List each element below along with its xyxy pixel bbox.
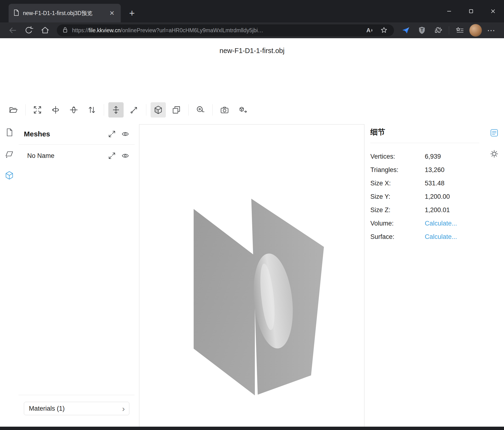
- close-window-button[interactable]: [482, 0, 504, 22]
- meshes-footer: Materials (1) ›: [19, 395, 135, 419]
- minimize-button[interactable]: [438, 0, 460, 22]
- url-text[interactable]: https://file.kkview.cn/onlinePreview?url…: [72, 27, 361, 34]
- detail-row-triangles: Triangles: 13,260: [370, 163, 479, 177]
- detail-label: Surface:: [370, 233, 425, 241]
- toolbar-separator: [25, 104, 26, 116]
- detail-label: Volume:: [370, 220, 425, 227]
- detail-label: Triangles:: [370, 166, 425, 174]
- screenshot-camera-button[interactable]: [217, 102, 232, 118]
- measure-line-button[interactable]: [126, 102, 142, 118]
- read-aloud-button[interactable]: A: [365, 26, 375, 35]
- details-header: 细节: [370, 127, 479, 143]
- detail-row-size-y: Size Y: 1,200.00: [370, 190, 479, 203]
- fit-all-meshes-button[interactable]: [107, 130, 117, 139]
- model-viewport[interactable]: [139, 124, 364, 430]
- detail-value: 531.48: [425, 180, 479, 187]
- fit-mesh-button[interactable]: [107, 151, 117, 160]
- home-button[interactable]: [38, 24, 52, 37]
- shaded-view-button[interactable]: [151, 102, 166, 118]
- favorite-star-button[interactable]: [379, 26, 389, 35]
- right-icon-rail: [486, 127, 502, 159]
- rotate-y-button[interactable]: [48, 102, 63, 118]
- meshes-panel: Meshes No Name: [19, 125, 135, 419]
- rotate-x-button[interactable]: [66, 102, 81, 118]
- meshes-title: Meshes: [24, 130, 103, 138]
- lock-icon: [62, 26, 69, 34]
- navigation-bar: https://file.kkview.cn/onlinePreview?url…: [0, 22, 504, 38]
- model-render: [139, 124, 364, 430]
- window-controls: [438, 0, 504, 22]
- url-domain: file.kkview.cn: [89, 27, 120, 33]
- export-model-button[interactable]: [235, 102, 250, 118]
- favorites-bar-button[interactable]: [453, 24, 467, 37]
- browser-menu-button[interactable]: ⋯: [485, 24, 498, 37]
- tab-close-icon[interactable]: ✕: [107, 9, 117, 17]
- profile-avatar[interactable]: [469, 24, 482, 37]
- detail-label: Size Y:: [370, 193, 425, 200]
- viewer-toolbar: [4, 101, 252, 119]
- detail-value: 1,200.01: [425, 206, 479, 214]
- box-view-button[interactable]: [169, 102, 184, 118]
- detail-row-surface: Surface: Calculate...: [370, 230, 479, 243]
- toolbar-separator: [146, 104, 146, 116]
- materials-label: Materials (1): [29, 405, 65, 412]
- chevron-right-icon: ›: [122, 404, 125, 412]
- refresh-button[interactable]: [22, 24, 36, 37]
- detail-value: 1,200.00: [425, 193, 479, 200]
- materials-button[interactable]: Materials (1) ›: [24, 402, 129, 415]
- model-tree-tab-button[interactable]: [4, 170, 15, 181]
- model-left-plane: [194, 209, 255, 395]
- detail-label: Size X:: [370, 180, 425, 187]
- details-list-button[interactable]: [488, 127, 500, 139]
- left-icon-rail: [0, 127, 19, 181]
- detail-row-volume: Volume: Calculate...: [370, 217, 479, 230]
- maximize-button[interactable]: [460, 0, 482, 22]
- details-panel: 细节 Vertices: 6,939 Triangles: 13,260 Siz…: [370, 127, 479, 243]
- detail-value: 13,260: [425, 166, 479, 174]
- tab-title: new-F1-D1-1-first.obj3D预览: [23, 9, 104, 17]
- url-path: /onlinePreview?url=aHR0cHM6Ly9maWxlLmtrd…: [120, 27, 263, 33]
- file-info-tab-button[interactable]: [4, 127, 15, 138]
- back-button[interactable]: [6, 24, 19, 37]
- detail-row-vertices: Vertices: 6,939: [370, 150, 479, 163]
- detail-label: Size Z:: [370, 206, 425, 214]
- materials-tab-button[interactable]: [4, 148, 15, 159]
- new-tab-button[interactable]: +: [126, 7, 138, 19]
- flip-updown-button[interactable]: [84, 102, 99, 118]
- detail-row-size-z: Size Z: 1,200.01: [370, 203, 479, 217]
- mesh-name: No Name: [27, 152, 103, 159]
- detail-label: Vertices:: [370, 153, 425, 160]
- mesh-list-item[interactable]: No Name: [19, 145, 135, 160]
- extensions-puzzle-icon[interactable]: [431, 24, 445, 37]
- move-vertical-button[interactable]: [108, 102, 124, 118]
- toolbar-separator: [188, 104, 189, 116]
- detail-row-size-x: Size X: 531.48: [370, 177, 479, 190]
- open-file-button[interactable]: [6, 102, 21, 118]
- shield-letter: T: [421, 27, 423, 33]
- page-content: new-F1-D1-1-first.obj: [0, 38, 504, 427]
- calculate-surface-link[interactable]: Calculate...: [425, 233, 479, 241]
- title-bar: new-F1-D1-1-first.obj3D预览 ✕ +: [0, 0, 504, 22]
- window-bottom-edge: [0, 427, 504, 430]
- mesh-visibility-eye-icon[interactable]: [121, 151, 130, 160]
- settings-gear-button[interactable]: [488, 148, 500, 159]
- url-scheme: https://: [72, 27, 89, 33]
- calculate-volume-link[interactable]: Calculate...: [425, 220, 479, 227]
- toggle-all-visibility-eye-icon[interactable]: [121, 130, 130, 139]
- address-bar[interactable]: https://file.kkview.cn/onlinePreview?url…: [57, 24, 394, 36]
- tab-document-icon: [13, 9, 19, 17]
- toolbar-separator: [212, 104, 213, 116]
- details-rows: Vertices: 6,939 Triangles: 13,260 Size X…: [370, 150, 479, 243]
- read-aloud-icon: A: [366, 27, 370, 34]
- detail-value: 6,939: [425, 153, 479, 160]
- browser-tab[interactable]: new-F1-D1-1-first.obj3D预览 ✕: [9, 4, 121, 22]
- toolbar-separator: [104, 104, 104, 116]
- page-title: new-F1-D1-1-first.obj: [0, 47, 504, 55]
- fit-view-button[interactable]: [30, 102, 45, 118]
- shield-extension-icon[interactable]: T: [415, 24, 429, 37]
- extension-blue-icon[interactable]: [399, 24, 413, 37]
- tape-measure-button[interactable]: [193, 102, 208, 118]
- browser-window: new-F1-D1-1-first.obj3D预览 ✕ +: [0, 0, 504, 430]
- meshes-header: Meshes: [19, 125, 135, 145]
- nav-divider: [449, 26, 449, 34]
